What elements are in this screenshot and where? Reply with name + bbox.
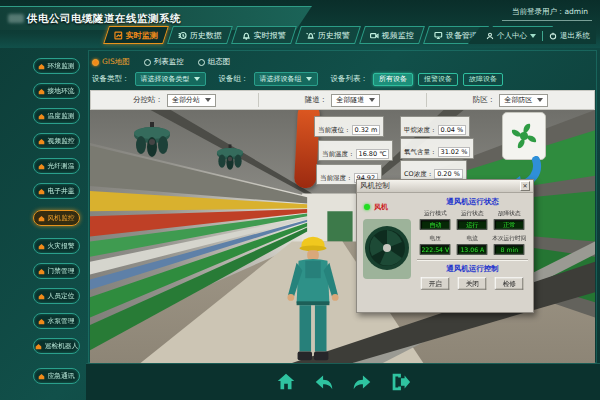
tab-realtime-monitor[interactable]: 实时监测 (103, 26, 169, 44)
home-icon[interactable] (275, 371, 297, 393)
power-icon (549, 32, 557, 40)
sidebar-item-temperature-monitor[interactable]: 温度监测 (33, 108, 80, 124)
device-type-select[interactable]: 请选择设备类型 (135, 72, 206, 86)
runtime-display: 8 min (494, 244, 524, 254)
dropdown-arrow-icon (205, 98, 211, 102)
radio-scada-view[interactable]: 组态图 (198, 57, 231, 67)
zone-select[interactable]: 全部防区 (499, 94, 548, 107)
personal-center-menu[interactable]: 个人中心 (486, 31, 536, 41)
tab-realtime-alarm[interactable]: 实时报警 (231, 26, 297, 44)
tunnel-select[interactable]: 全部隧道 (331, 94, 380, 107)
status-label: 故障状态 (492, 209, 527, 218)
undo-arrow-icon[interactable] (313, 371, 335, 393)
fan-sign-icon (508, 120, 540, 152)
sidebar-item-pump-management[interactable]: 水泵管理 (33, 313, 80, 329)
status-led-icon (364, 204, 370, 210)
fault-devices-button[interactable]: 故障设备 (463, 73, 503, 86)
sidebar-item-fiber-temperature[interactable]: 光纤测温 (33, 158, 80, 174)
sensor-liquid-level: 当前液位：0.32 m (314, 116, 384, 137)
device-tag: 风机 (374, 202, 388, 212)
dropdown-arrow-icon (306, 77, 312, 81)
radio-dot-icon (144, 59, 151, 66)
device-icon (434, 31, 443, 40)
logout-button[interactable]: 退出系统 (549, 31, 590, 41)
person-icon (486, 32, 494, 40)
filter-bar: 分控站： 全部分站 隧道： 全部隧道 防区： 全部防区 (90, 90, 595, 110)
house-icon (35, 343, 42, 350)
metric-label: 电流 (455, 234, 490, 243)
ceiling-fan-icon (214, 144, 246, 171)
alarm-bell-icon (242, 31, 251, 40)
view-mode-radios: GIS地图 列表监控 组态图 (92, 57, 230, 67)
current-display: 13.06 A (457, 244, 487, 254)
sidebar-item-inspection-robot[interactable]: 巡检机器人 (33, 338, 80, 354)
all-devices-button[interactable]: 所有设备 (373, 73, 413, 86)
bottom-nav-bar (86, 363, 600, 400)
chevron-down-icon (530, 34, 536, 38)
sidebar-item-electronic-manhole[interactable]: 电子井盖 (33, 183, 80, 199)
radio-gis-map[interactable]: GIS地图 (92, 57, 130, 67)
house-icon (38, 318, 45, 325)
exit-icon[interactable] (389, 371, 411, 393)
dialog-titlebar[interactable]: 风机控制 ✕ (357, 180, 533, 193)
close-icon[interactable]: ✕ (520, 181, 530, 191)
divider (417, 259, 528, 261)
status-label: 运行模式 (418, 209, 453, 218)
status-label: 运行状态 (455, 209, 490, 218)
device-toolbar: 设备类型： 请选择设备类型 设备组： 请选择设备组 设备列表： 所有设备 报警设… (92, 72, 503, 86)
sidebar-item-fan-monitor[interactable]: 风机监控 (33, 210, 80, 226)
fan-start-button[interactable]: 开启 (421, 277, 450, 289)
house-icon (38, 243, 45, 250)
run-state-display: 运行 (457, 219, 487, 229)
sensor-temperature: 当前温度：16.80 ℃ (318, 140, 393, 161)
run-mode-display: 自动 (420, 219, 450, 229)
status-section-header: 通风机运行状态 (415, 197, 530, 207)
clock-list-icon (178, 31, 187, 40)
device-group-select[interactable]: 请选择设备组 (254, 72, 318, 86)
tab-history-data[interactable]: 历史数据 (167, 26, 233, 44)
house-icon (38, 163, 45, 170)
alarm-devices-button[interactable]: 报警设备 (418, 73, 458, 86)
sidebar-item-emergency-comm[interactable]: 应急通讯 (33, 368, 80, 384)
fan-sign (502, 112, 546, 160)
tab-history-alarm[interactable]: 历史报警 (295, 26, 361, 44)
video-camera-icon (370, 31, 379, 40)
dialog-title: 风机控制 (360, 181, 520, 191)
tab-video-monitor[interactable]: 视频监控 (359, 26, 425, 44)
sidebar-item-personnel-location[interactable]: 人员定位 (33, 288, 80, 304)
dropdown-arrow-icon (194, 77, 200, 81)
fan-maintenance-button[interactable]: 检修 (495, 277, 524, 289)
dropdown-arrow-icon (537, 98, 543, 102)
station-select[interactable]: 全部分站 (167, 94, 216, 107)
sidebar-item-video-monitor[interactable]: 视频监控 (33, 133, 80, 149)
header-bar: 供电公司电缆隧道在线监测系统 当前登录用户：admin 实时监测 历史数据 实时… (0, 0, 600, 48)
sidebar-item-access-control[interactable]: 门禁管理 (33, 263, 80, 279)
alarm-history-icon (306, 31, 315, 40)
device-type-label: 设备类型： (92, 74, 130, 84)
redo-arrow-icon[interactable] (351, 371, 373, 393)
redacted-company-name (8, 14, 24, 23)
tunnel-label: 隧道： (305, 95, 328, 105)
control-section-header: 通风机运行控制 (415, 264, 530, 274)
radio-dot-icon (198, 59, 205, 66)
app-title: 供电公司电缆隧道在线监测系统 (27, 12, 181, 26)
sidebar-item-fire-alarm[interactable]: 火灾报警 (33, 238, 80, 254)
sidebar-item-environment-monitor[interactable]: 环境监测 (33, 58, 80, 74)
house-icon (38, 63, 45, 70)
radio-dot-icon (92, 59, 99, 66)
sensor-oxygen: 氧气含量：31.02 % (400, 138, 474, 159)
logged-in-user-label: 当前登录用户：admin (502, 7, 592, 21)
metric-label: 本次运行时间 (492, 234, 527, 243)
fan-stop-button[interactable]: 关闭 (458, 277, 487, 289)
dialog-fan-panel: 风机 (360, 196, 414, 309)
metric-label: 电压 (418, 234, 453, 243)
station-filter-group: 分控站： 全部分站 (91, 94, 258, 107)
house-icon (38, 293, 45, 300)
fan-control-dialog: 风机控制 ✕ 风机 通风机运行状态 运行模式 运行状态 故 (356, 179, 534, 313)
sensor-overlay-left: 当前液位：0.32 m 当前温度：16.80 ℃ 当前湿度：94.92 (314, 116, 393, 188)
radio-list-monitor[interactable]: 列表监控 (144, 57, 184, 67)
tunnel-filter-group: 隧道： 全部隧道 (259, 94, 426, 107)
app-window: 供电公司电缆隧道在线监测系统 当前登录用户：admin 实时监测 历史数据 实时… (0, 0, 600, 400)
sidebar-item-ground-circulation[interactable]: 接地环流 (33, 83, 80, 99)
sensor-methane: 甲烷浓度：0.04 % (400, 116, 470, 137)
